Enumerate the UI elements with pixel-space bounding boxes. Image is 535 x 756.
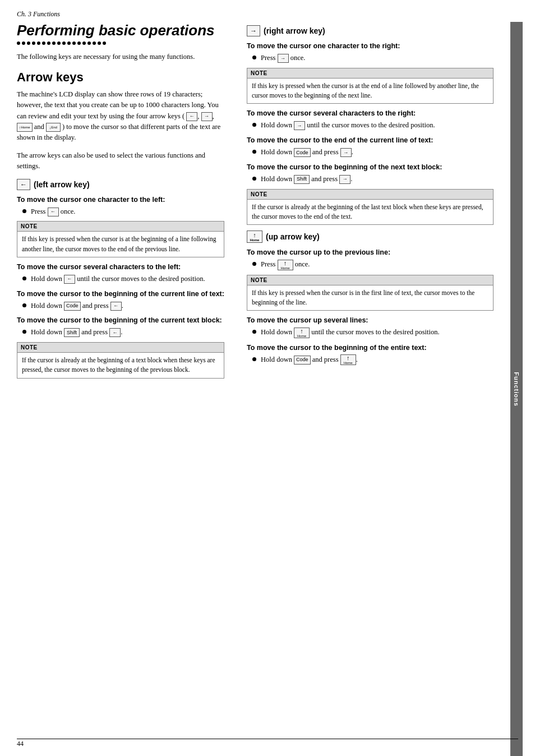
- page-title: Performing basic operations: [17, 22, 224, 39]
- up-arrow-key-icon: ↑Home: [247, 231, 262, 243]
- right-arrow-sub1-press: Press: [261, 54, 275, 62]
- right-arrow-section-label: (right arrow key): [264, 26, 325, 35]
- note-content-r4: If the cursor is already at the beginnin…: [247, 200, 493, 225]
- left-arrow-key-press4: ←: [109, 328, 121, 337]
- sidebar-label: Functions: [513, 372, 520, 407]
- left-arrow-sub3-and: and press: [82, 302, 109, 310]
- bullet-dot: [252, 357, 256, 361]
- bullet-dot: [252, 330, 256, 334]
- bullet-dot: [22, 209, 26, 213]
- right-arrow-sub2-hold: Hold down: [261, 121, 292, 129]
- left-arrow-sub3-heading: To move the cursor to the beginning of t…: [17, 290, 224, 298]
- page-number: 44: [17, 740, 24, 748]
- up-arrow-sub2-bullet: Hold down ↑Home until the cursor moves t…: [252, 327, 494, 338]
- up-arrow-sub1-note: NOTE If this key is pressed when the cur…: [247, 275, 494, 311]
- left-arrow-section-header: ← (left arrow key): [17, 179, 224, 190]
- right-arrow-key-press4: →: [339, 175, 350, 184]
- code-key-1: Code: [64, 302, 81, 311]
- right-arrow-sub1-suffix: once.: [290, 54, 306, 62]
- arrow-keys-description: The machine's LCD display can show three…: [17, 89, 224, 144]
- up-arrow-sub1-press: Press: [261, 260, 275, 268]
- right-arrow-sub4-note: NOTE If the cursor is already at the beg…: [247, 189, 494, 225]
- right-column: → (right arrow key) To move the cursor o…: [236, 22, 510, 756]
- note-content-r1: If this key is pressed when the cursor i…: [247, 79, 493, 104]
- chapter-header: Ch. 3 Functions: [0, 0, 535, 22]
- bullet-dot: [252, 123, 256, 127]
- note-label-r1: NOTE: [247, 68, 493, 79]
- title-dots: [17, 42, 224, 45]
- up-arrow-sub3-and: and press: [312, 356, 339, 363]
- right-arrow-sub3-bullet: Hold down Code and press →.: [252, 147, 494, 158]
- bullet-dot: [252, 150, 256, 154]
- left-arrow-section-label: (left arrow key): [34, 180, 90, 189]
- right-arrow-sub4-bullet: Hold down Shift and press →.: [252, 174, 494, 185]
- note-label-r4: NOTE: [247, 190, 493, 200]
- shift-key-r4: Shift: [294, 175, 310, 184]
- code-key-r3: Code: [294, 148, 311, 157]
- bullet-dot: [22, 303, 26, 307]
- shift-key-1: Shift: [64, 328, 80, 337]
- left-arrow-sub3-hold: Hold down: [31, 302, 62, 310]
- bullet-dot: [252, 262, 256, 266]
- functions-sidebar: Functions: [510, 22, 523, 756]
- bullet-dot: [252, 177, 256, 181]
- end-key-ref: ↓End: [46, 123, 61, 132]
- note-label-4: NOTE: [17, 343, 224, 353]
- up-arrow-section-label: (up arrow key): [266, 232, 320, 241]
- right-arrow-sub4-heading: To move the cursor to the beginning of t…: [247, 163, 494, 171]
- right-arrow-key-press3: →: [340, 148, 352, 157]
- right-arrow-sub3-hold: Hold down: [261, 148, 292, 156]
- left-arrow-sub4-bullet: Hold down Shift and press ←.: [22, 327, 224, 338]
- left-arrow-sub2-heading: To move the cursor several characters to…: [17, 263, 224, 271]
- arrow-keys-description2: The arrow keys can also be used to selec…: [17, 150, 224, 172]
- up-arrow-sub2-suffix: until the cursor moves to the desired po…: [311, 328, 439, 336]
- left-arrow-sub1-heading: To move the cursor one character to the …: [17, 196, 224, 204]
- right-arrow-key-press1: →: [278, 54, 289, 63]
- up-arrow-key-press3: ↑Home: [340, 354, 356, 365]
- right-arrow-sub1-note: NOTE If this key is pressed when the cur…: [247, 68, 494, 104]
- left-arrow-sub2-hold: Hold down: [31, 275, 62, 283]
- note-content-1: If this key is pressed when the cursor i…: [17, 232, 224, 257]
- right-arrow-sub2-bullet: Hold down → until the cursor moves to th…: [252, 120, 494, 131]
- left-arrow-sub4-and: and press: [81, 328, 108, 336]
- right-arrow-key-icon: →: [247, 25, 260, 36]
- left-arrow-sub4-hold: Hold down: [31, 328, 62, 336]
- up-arrow-sub3-hold: Hold down: [261, 356, 292, 363]
- up-arrow-key-hold2: ↑Home: [294, 328, 310, 338]
- note-content-u1: If this key is pressed when the cursor i…: [247, 285, 493, 311]
- right-arrow-section-header: → (right arrow key): [247, 25, 494, 36]
- up-arrow-sub3-heading: To move the cursor to the beginning of t…: [247, 344, 494, 352]
- left-arrow-sub1-suffix: once.: [61, 208, 76, 215]
- up-arrow-sub1-suffix: once.: [295, 260, 310, 268]
- note-label-u1: NOTE: [247, 275, 493, 285]
- right-arrow-sub4-hold: Hold down: [261, 175, 292, 183]
- left-arrow-sub4-heading: To move the cursor to the beginning of t…: [17, 316, 224, 324]
- left-arrow-sub2-bullet: Hold down ← until the cursor moves to th…: [22, 274, 224, 284]
- right-arrow-sub2-suffix: until the cursor moves to the desired po…: [307, 121, 435, 129]
- right-arrow-sub3-heading: To move the cursor to the end of the cur…: [247, 136, 494, 144]
- left-arrow-key-hold2: ←: [64, 275, 75, 284]
- up-arrow-sub1-bullet: Press ↑Home once.: [252, 259, 494, 270]
- up-arrow-sub1-heading: To move the cursor up to the previous li…: [247, 248, 494, 256]
- up-arrow-sub2-hold: Hold down: [261, 328, 292, 336]
- home-key-ref: ↑Home: [17, 123, 33, 132]
- left-arrow-sub3-bullet: Hold down Code and press ←.: [22, 301, 224, 311]
- note-content-4: If the cursor is already at the beginnin…: [17, 353, 224, 378]
- up-arrow-section-header: ↑Home (up arrow key): [247, 231, 494, 243]
- up-arrow-key-press1: ↑Home: [278, 260, 293, 270]
- left-arrow-key-icon: ←: [17, 179, 30, 190]
- left-arrow-sub1-note: NOTE If this key is pressed when the cur…: [17, 221, 224, 257]
- bottom-line: [17, 739, 518, 739]
- page: Ch. 3 Functions Performing basic operati…: [0, 0, 535, 756]
- code-key-u3: Code: [294, 356, 311, 365]
- left-column: Performing basic operations The followin…: [0, 22, 236, 756]
- arrow-keys-title: Arrow keys: [17, 70, 224, 85]
- left-arrow-key-press3: ←: [110, 302, 122, 311]
- chapter-label: Ch. 3 Functions: [17, 10, 60, 18]
- left-arrow-sub2-suffix: until the cursor moves to the desired po…: [77, 275, 205, 283]
- up-arrow-sub2-heading: To move the cursor up several lines:: [247, 316, 494, 324]
- left-arrow-key-ref: ←: [186, 112, 197, 121]
- left-arrow-key-press1: ←: [48, 208, 59, 216]
- right-arrow-key-hold2: →: [294, 121, 305, 130]
- right-arrow-sub3-and: and press: [312, 148, 339, 156]
